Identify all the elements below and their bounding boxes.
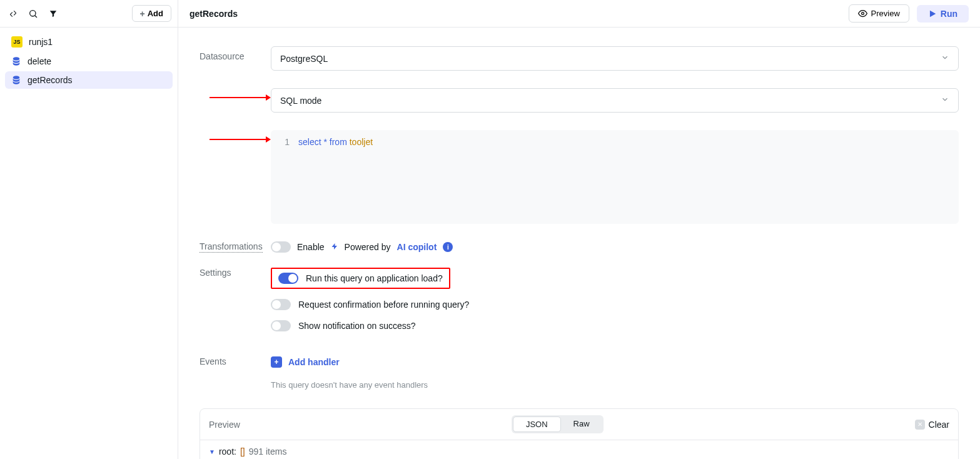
preview-button[interactable]: Preview: [849, 4, 909, 23]
enable-transformations-toggle[interactable]: [271, 241, 291, 253]
events-row: Events + Add handler This query doesn't …: [200, 356, 959, 390]
arrow-annotation-icon: [210, 135, 271, 144]
json-tab[interactable]: JSON: [513, 416, 561, 432]
triangle-down-icon[interactable]: ▼: [209, 448, 215, 455]
plus-icon: +: [140, 9, 145, 18]
main: getRecords Preview Run Datasource Postgr…: [178, 0, 980, 459]
run-label: Run: [941, 9, 957, 19]
raw-tab[interactable]: Raw: [561, 416, 602, 432]
preview-label: Preview: [871, 9, 900, 18]
add-label: Add: [148, 9, 163, 18]
clear-button[interactable]: ✕ Clear: [915, 420, 949, 430]
add-handler-label: Add handler: [288, 357, 340, 367]
root-bracket: []: [240, 446, 245, 456]
code-row: 1 select * from tooljet: [200, 130, 959, 224]
collapse-icon[interactable]: [6, 7, 20, 21]
sidebar-item-label: getRecords: [28, 75, 73, 85]
sidebar-item-getrecords[interactable]: getRecords: [5, 71, 173, 89]
preview-title: Preview: [209, 420, 503, 430]
root-meta: 991 items: [249, 446, 287, 456]
run-on-load-label: Run this query on application load?: [306, 273, 443, 283]
mode-value: SQL mode: [280, 96, 321, 106]
filter-icon[interactable]: [46, 7, 60, 21]
info-icon[interactable]: i: [443, 242, 453, 252]
json-tree: ▼ root: [] 991 items ▶ 0: {} 6 keys: [200, 440, 958, 459]
chevron-down-icon: [941, 95, 949, 106]
chevron-down-icon: [941, 53, 949, 64]
enable-label: Enable: [297, 242, 325, 252]
line-number: 1: [271, 137, 298, 147]
run-button[interactable]: Run: [917, 5, 969, 23]
clear-label: Clear: [929, 420, 949, 430]
datasource-select[interactable]: PostgreSQL: [271, 46, 959, 71]
copilot-link[interactable]: AI copilot: [397, 242, 437, 252]
mode-select[interactable]: SQL mode: [271, 88, 959, 113]
transformations-label: Transformations: [200, 241, 263, 253]
svg-point-1: [861, 13, 864, 15]
sidebar-item-label: delete: [28, 56, 51, 66]
main-header: getRecords Preview Run: [178, 0, 980, 28]
add-button[interactable]: + Add: [132, 5, 171, 22]
confirm-label: Request confirmation before running quer…: [298, 300, 469, 310]
datasource-label: Datasource: [200, 46, 271, 71]
sidebar-toolbar: + Add: [0, 0, 178, 28]
sidebar-items: JS runjs1 delete getRecords: [0, 28, 178, 94]
query-title: getRecords: [189, 9, 841, 19]
confirm-toggle[interactable]: [271, 299, 291, 310]
datasource-value: PostgreSQL: [280, 54, 328, 64]
highlight-annotation: Run this query on application load?: [271, 268, 450, 289]
preview-panel: Preview JSON Raw ✕ Clear ▼ root:: [200, 408, 959, 459]
settings-row: Settings Run this query on application l…: [200, 268, 959, 341]
database-icon: [11, 56, 21, 66]
svg-point-0: [30, 10, 36, 16]
settings-label: Settings: [200, 268, 271, 341]
sql-editor[interactable]: 1 select * from tooljet: [271, 130, 959, 224]
arrow-annotation-icon: [210, 93, 271, 102]
notify-toggle[interactable]: [271, 320, 291, 331]
datasource-row: Datasource PostgreSQL: [200, 46, 959, 71]
notify-label: Show notification on success?: [298, 321, 416, 331]
bolt-icon: [331, 242, 338, 253]
run-on-load-toggle[interactable]: [278, 273, 298, 284]
sidebar-item-delete[interactable]: delete: [5, 53, 173, 70]
js-icon: JS: [11, 36, 23, 48]
add-handler-button[interactable]: + Add handler: [271, 356, 959, 368]
close-icon: ✕: [915, 420, 925, 430]
view-segment: JSON Raw: [512, 415, 604, 433]
sidebar-item-runjs1[interactable]: JS runjs1: [5, 33, 173, 51]
mode-row: SQL mode: [200, 88, 959, 113]
sidebar-item-label: runjs1: [29, 37, 53, 47]
plus-square-icon: +: [271, 356, 282, 368]
eye-icon: [858, 9, 867, 18]
sidebar: + Add JS runjs1 delete getRecords: [0, 0, 178, 459]
tree-root[interactable]: ▼ root: [] 991 items: [209, 446, 949, 456]
root-key: root:: [219, 446, 236, 456]
transformations-row: Transformations Enable Powered by AI cop…: [200, 241, 959, 253]
search-icon[interactable]: [26, 7, 40, 21]
events-label: Events: [200, 356, 271, 390]
preview-header: Preview JSON Raw ✕ Clear: [200, 409, 958, 440]
main-body: Datasource PostgreSQL: [178, 28, 980, 459]
play-icon: [928, 9, 937, 18]
code-text: select * from tooljet: [298, 137, 959, 147]
powered-prefix: Powered by: [345, 242, 391, 252]
events-empty-hint: This query doesn't have any event handle…: [271, 380, 959, 390]
database-icon: [11, 75, 21, 85]
